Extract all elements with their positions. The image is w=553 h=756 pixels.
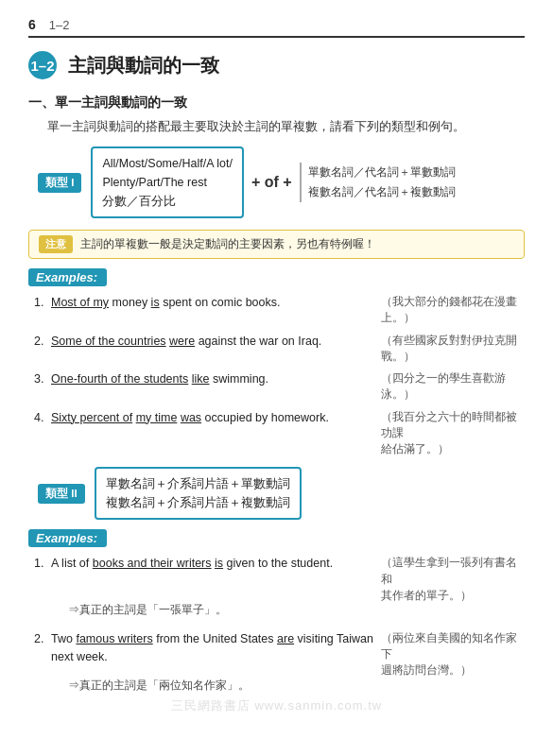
ex1-row: Most of my money is spent on comic books… xyxy=(51,294,525,327)
list-item: 1. A list of books and their writers is … xyxy=(34,555,525,625)
ex2-eng: Some of the countries were against the w… xyxy=(51,333,373,351)
note-text: 主詞的單複數一般是決定動詞的主要因素，另也有特例喔！ xyxy=(80,236,375,252)
type2-box: 單數名詞＋介系詞片語＋單數動詞 複數名詞＋介系詞片語＋複數動詞 xyxy=(95,467,302,520)
list-item: 2. Some of the countries were against th… xyxy=(34,333,525,366)
ex21-chi1: （這學生拿到一張列有書名和 xyxy=(381,557,517,584)
ex3-like: like xyxy=(192,372,210,386)
examples2-title: Examples: xyxy=(28,529,107,547)
note-box: 注意 主詞的單複數一般是決定動詞的主要因素，另也有特例喔！ xyxy=(28,230,525,259)
ex21-books: books and their writers xyxy=(93,557,212,570)
ex21-eng: A list of books and their writers is giv… xyxy=(51,555,373,573)
ex-num: 1. xyxy=(34,555,51,573)
page-number: 6 xyxy=(28,17,36,32)
list-item: 2. Two famous writers from the United St… xyxy=(34,630,525,700)
ex22-from: from the United States xyxy=(156,632,277,645)
subsection1-heading: 一、單一主詞與動詞的一致 xyxy=(28,94,525,112)
ex22-famous: famous writers xyxy=(76,632,152,645)
ex22-block: Two famous writers from the United State… xyxy=(51,630,525,700)
ex1-is: is xyxy=(151,296,160,309)
ex2-were: were xyxy=(169,335,195,348)
ex21-a: A list of xyxy=(51,557,93,570)
ex2-some: Some of the countries xyxy=(51,335,166,348)
ex4-sixty: Sixty percent of xyxy=(51,411,132,424)
section-title-row: 1–2 主詞與動詞的一致 xyxy=(28,51,525,79)
ex1-most-of-my: Most of my xyxy=(51,296,109,309)
ex22-subnote: ⇒真正的主詞是「兩位知名作家」。 xyxy=(51,678,525,695)
ex22-chi: （兩位來自美國的知名作家下 週將訪問台灣。） xyxy=(373,630,525,679)
ex-num: 4. xyxy=(34,409,51,427)
ex1-money: money xyxy=(112,296,151,309)
ex21-subnote: ⇒真正的主詞是「一張單子」。 xyxy=(51,602,525,619)
ex21-row: A list of books and their writers is giv… xyxy=(51,555,525,604)
ex1-chi: （我大部分的錢都花在漫畫上。） xyxy=(373,294,525,327)
ex22-eng: Two famous writers from the United State… xyxy=(51,630,373,667)
ex3-chi: （四分之一的學生喜歡游泳。） xyxy=(373,370,525,404)
ex4-row: Sixty percent of my time was occupied by… xyxy=(51,409,525,458)
ex21-chi2: 其作者的單子。） xyxy=(381,590,472,601)
type1-rule1: 單數名詞／代名詞＋單數動詞 xyxy=(308,163,456,182)
ex4-chi-line2: 給佔滿了。） xyxy=(381,443,449,455)
ex4-rest: occupied by homework. xyxy=(205,411,329,424)
type1-rule2: 複數名詞／代名詞＋複數動詞 xyxy=(308,182,456,202)
ex21-block: A list of books and their writers is giv… xyxy=(51,555,525,625)
ex2-chi: （有些國家反對對伊拉克開戰。） xyxy=(373,333,525,366)
subsection1-desc: 單一主詞與動詞的搭配最主要取決於主詞的單複數，請看下列的類型和例句。 xyxy=(28,119,525,135)
ex4-chi: （我百分之六十的時間都被功課 給佔滿了。） xyxy=(373,409,525,458)
ex-num: 1. xyxy=(34,294,51,312)
list-item: 1. Most of my money is spent on comic bo… xyxy=(34,294,525,327)
page-container: 6 1–2 1–2 主詞與動詞的一致 一、單一主詞與動詞的一致 單一主詞與動詞的… xyxy=(0,0,553,756)
list-item: 3. One-fourth of the students like swimm… xyxy=(34,370,525,404)
watermark: 三民網路書店 www.sanmin.com.tw xyxy=(171,697,382,714)
ex4-mytime: my time xyxy=(136,411,178,424)
ex3-rest: swimming. xyxy=(213,372,268,386)
type2-row: 類型 II 單數名詞＋介系詞片語＋單數動詞 複數名詞＋介系詞片語＋複數動詞 xyxy=(38,467,525,520)
type2-label: 類型 II xyxy=(38,484,85,504)
type1-row: 類型 I All/Most/Some/Half/A lot/ Plenty/Pa… xyxy=(38,146,525,218)
ex22-row: Two famous writers from the United State… xyxy=(51,630,525,679)
ex22-chi1: （兩位來自美國的知名作家下 xyxy=(381,632,517,660)
ex21-is: is xyxy=(215,557,223,570)
ex-num: 2. xyxy=(34,630,51,648)
examples1-list: 1. Most of my money is spent on comic bo… xyxy=(34,294,525,457)
page-header: 6 1–2 xyxy=(28,17,525,38)
type1-rules: 單數名詞／代名詞＋單數動詞 複數名詞／代名詞＋複數動詞 xyxy=(300,163,456,201)
page-section-ref: 1–2 xyxy=(49,18,70,32)
ex-num: 2. xyxy=(34,333,51,351)
type1-box: All/Most/Some/Half/A lot/ Plenty/Part/Th… xyxy=(91,146,244,218)
ex21-rest: given to the student. xyxy=(227,557,334,570)
ex22-are: are xyxy=(277,632,294,645)
type2-rule2: 複數名詞＋介系詞片語＋複數動詞 xyxy=(106,496,290,509)
ex1-eng: Most of my money is spent on comic books… xyxy=(51,294,373,312)
section-title: 主詞與動詞的一致 xyxy=(68,53,219,78)
type1-line2: Plenty/Part/The rest xyxy=(102,176,206,189)
ex4-block: Sixty percent of my time was occupied by… xyxy=(51,409,525,458)
examples1-title-wrapper: Examples: xyxy=(28,268,525,294)
examples2-list: 1. A list of books and their writers is … xyxy=(34,555,525,699)
type1-line1: All/Most/Some/Half/A lot/ xyxy=(102,157,233,170)
type1-label: 類型 I xyxy=(38,173,81,193)
ex4-chi-line1: （我百分之六十的時間都被功課 xyxy=(381,411,517,438)
ex3-one: One-fourth of the students xyxy=(51,372,188,386)
note-label: 注意 xyxy=(39,235,73,253)
ex2-rest: against the war on Iraq. xyxy=(199,335,322,348)
ex21-chi: （這學生拿到一張列有書名和 其作者的單子。） xyxy=(373,555,525,604)
list-item: 4. Sixty percent of my time was occupied… xyxy=(34,409,525,458)
plus-of: + of + xyxy=(251,174,292,191)
ex4-eng: Sixty percent of my time was occupied by… xyxy=(51,409,373,427)
ex1-rest: spent on comic books. xyxy=(163,296,280,309)
type2-rule1: 單數名詞＋介系詞片語＋單數動詞 xyxy=(106,477,290,490)
ex-num: 3. xyxy=(34,370,51,388)
ex3-eng: One-fourth of the students like swimming… xyxy=(51,370,373,388)
ex22-two: Two xyxy=(51,632,76,645)
type1-line3: 分數／百分比 xyxy=(102,195,176,208)
ex4-was: was xyxy=(181,411,201,424)
ex3-row: One-fourth of the students like swimming… xyxy=(51,370,525,404)
ex2-row: Some of the countries were against the w… xyxy=(51,333,525,366)
ex22-chi2: 週將訪問台灣。） xyxy=(381,664,472,676)
section-badge: 1–2 xyxy=(28,51,57,79)
examples1-title: Examples: xyxy=(28,268,107,286)
examples2-title-wrapper: Examples: xyxy=(28,529,525,555)
